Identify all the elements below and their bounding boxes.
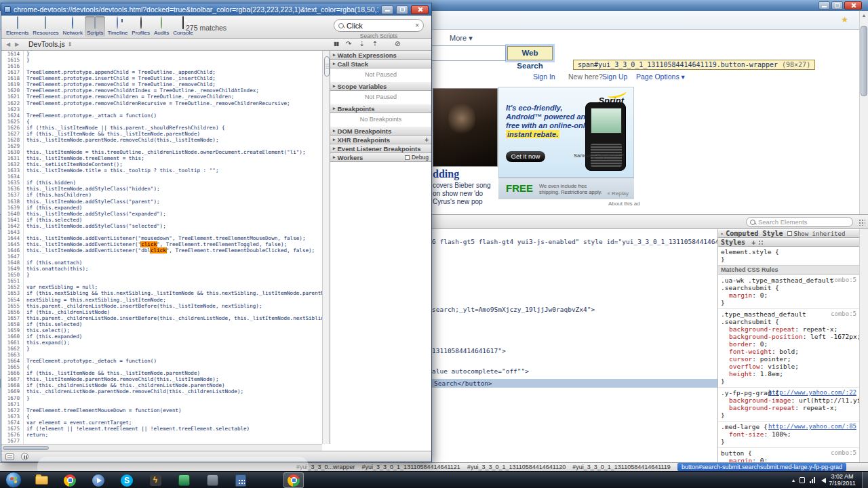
code-line[interactable]: 1645this._listItemNode.addEventListener(…: [1, 241, 322, 247]
element-style-block[interactable]: element.style { }: [718, 247, 859, 265]
bookmark-star-icon[interactable]: ★: [841, 15, 848, 24]
code-line[interactable]: 1634: [1, 174, 322, 180]
css-property[interactable]: font-weight: bold;: [721, 348, 856, 355]
code-line[interactable]: 1669this._childrenListNode.parentNode.re…: [1, 388, 322, 394]
css-property[interactable]: margin: 0;: [721, 291, 856, 299]
breadcrumb-item[interactable]: #yui_3_3_0_1_13110584414641121: [362, 464, 460, 470]
code-line[interactable]: 1667this._listItemNode.parentNode.remove…: [1, 376, 322, 382]
styles-header[interactable]: Styles +: [718, 238, 859, 247]
code-line[interactable]: 1641if (this.selected): [1, 217, 322, 223]
css-property[interactable]: background-image: url(http://l1.yimg.c: [721, 396, 856, 404]
sign-up-link[interactable]: Sign Up: [602, 73, 627, 81]
network-icon[interactable]: [810, 477, 816, 483]
breadcrumb-item[interactable]: #yui_3_3_0_1_13110584414641120: [467, 464, 566, 470]
code-line[interactable]: 1651: [1, 278, 322, 284]
search-elements-input[interactable]: Search Elements: [746, 217, 853, 227]
pause-on-exceptions-icon[interactable]: [21, 453, 28, 460]
css-property[interactable]: margin: 0;: [721, 457, 856, 462]
css-rule[interactable]: combo:5button {margin: 0;}: [718, 447, 859, 462]
code-line[interactable]: 1621TreeElement.prototype.removeChildren…: [1, 94, 322, 100]
code-line[interactable]: 1653if (this.nextSibling && this.nextSib…: [1, 290, 322, 296]
deactivate-breakpoints-button[interactable]: ⊘: [395, 40, 400, 47]
taskbar-media-player-icon[interactable]: [88, 472, 108, 488]
css-property[interactable]: background-position: left -1672px;: [721, 333, 856, 340]
code-line[interactable]: 1671: [1, 401, 322, 407]
code-line[interactable]: 1673{: [1, 413, 322, 420]
source-hscrollbar[interactable]: [1, 444, 322, 451]
rule-source-link[interactable]: combo:5: [831, 310, 856, 318]
section-scope-variables[interactable]: ▸Scope Variables: [330, 82, 431, 91]
code-line[interactable]: 1665{: [1, 364, 322, 370]
taskbar-messenger-icon[interactable]: [174, 472, 194, 488]
code-line[interactable]: 1664TreeElement.prototype._detach = func…: [1, 358, 322, 364]
start-button[interactable]: [5, 472, 22, 488]
devtools-maximize-button[interactable]: [396, 5, 408, 14]
sign-in-link[interactable]: Sign In: [533, 73, 555, 81]
code-line[interactable]: 1657this.parent._childrenListNode.insert…: [1, 315, 322, 321]
code-line[interactable]: 1637if (this.hasChildren): [1, 192, 322, 198]
code-line[interactable]: 1626if (!this._listItemNode || this.pare…: [1, 125, 322, 131]
replay-link[interactable]: « Replay: [607, 190, 629, 197]
show-inherited-checkbox[interactable]: [787, 231, 792, 236]
action-center-icon[interactable]: [800, 477, 805, 483]
debug-workers-checkbox[interactable]: [405, 155, 410, 160]
taskbar-chrome-active-icon[interactable]: [283, 472, 304, 488]
code-line[interactable]: 1663: [1, 352, 322, 358]
section-workers[interactable]: ▸WorkersDebug: [330, 153, 431, 162]
step-out-button[interactable]: ⇡: [372, 40, 378, 47]
settings-icon[interactable]: [858, 218, 865, 226]
css-property[interactable]: border: 0;: [721, 340, 856, 348]
code-line[interactable]: 1622TreeElement.prototype.removeChildren…: [1, 100, 322, 106]
code-line[interactable]: 1638this._listItemNode.addStyleClass("pa…: [1, 199, 322, 205]
code-line[interactable]: 1630this._listItemNode = this.treeOutlin…: [1, 149, 322, 155]
taskbar-chrome-icon[interactable]: [60, 472, 80, 488]
code-line[interactable]: 1658if (this.selected): [1, 321, 322, 327]
code-line[interactable]: 1660if (this.expanded): [1, 333, 322, 340]
code-line[interactable]: 1625{: [1, 119, 322, 125]
page-scrollbar[interactable]: ▲: [859, 11, 868, 462]
computed-style-header[interactable]: ▸ Computed Style Show inherited: [718, 229, 859, 238]
browser-maximize-button[interactable]: [831, 1, 843, 9]
step-over-button[interactable]: ↷: [346, 40, 351, 47]
taskbar-folder-icon[interactable]: [31, 472, 52, 488]
css-rule[interactable]: combo:5.type_masthead_default.searchsubm…: [718, 308, 859, 387]
code-line[interactable]: 1662}: [1, 346, 322, 352]
code-line[interactable]: 1643: [1, 229, 322, 235]
code-line[interactable]: 1642this._listItemNode.addStyleClass("se…: [1, 223, 322, 229]
about-this-ad-link[interactable]: About this ad: [608, 201, 640, 207]
css-rule[interactable]: http://www.yahoo.com/:85.med-large {font…: [718, 421, 859, 447]
section-dom-breakpoints[interactable]: ▸DOM Breakpoints: [330, 127, 431, 136]
rule-source-link[interactable]: combo:5: [831, 449, 856, 457]
web-search-button[interactable]: Web Search: [507, 46, 553, 60]
gear-icon[interactable]: [757, 239, 764, 246]
code-line[interactable]: 1628this._listItemNode.parentNode.remove…: [1, 137, 322, 143]
code-line[interactable]: 1670}: [1, 395, 322, 401]
code-line[interactable]: 1648if (this.onattach): [1, 260, 322, 266]
source-scrollbar[interactable]: [322, 51, 330, 444]
tab-resources[interactable]: Resources: [31, 16, 60, 37]
html-fragment[interactable]: 6 flash-gt5 flash-gt4 yui3-js-enabled" s…: [432, 238, 743, 245]
code-line[interactable]: 1631this._listItemNode.treeElement = thi…: [1, 155, 322, 161]
code-line[interactable]: 1627if (this._listItemNode && this._list…: [1, 131, 322, 137]
back-icon[interactable]: ◀: [6, 41, 10, 47]
breadcrumb-item-selected[interactable]: button#search-submit.searchsubmit.med-la…: [677, 463, 846, 471]
css-property[interactable]: background-repeat: repeat-x;: [721, 325, 856, 333]
devtools-close-button[interactable]: [411, 5, 429, 14]
browser-close-button[interactable]: [844, 1, 862, 9]
add-icon[interactable]: +: [751, 239, 755, 246]
get-it-now-button[interactable]: Get it now: [506, 151, 545, 162]
browser-minimize-button[interactable]: [818, 1, 830, 9]
page-scrollbar-thumb[interactable]: [861, 26, 867, 96]
breadcrumb-item[interactable]: #yui_3_3_0_1_13110584414641119: [572, 464, 671, 470]
news-photo[interactable]: [433, 88, 498, 167]
tab-audits[interactable]: Audits: [152, 16, 171, 37]
css-property[interactable]: height: 1.8em;: [721, 370, 856, 378]
code-line[interactable]: 1616: [1, 63, 322, 69]
code-line[interactable]: 1620TreeElement.prototype.removeChildAtI…: [1, 87, 322, 94]
page-options-link[interactable]: Page Options ▾: [636, 73, 685, 81]
code-line[interactable]: 1618TreeElement.prototype.insertChild = …: [1, 75, 322, 81]
devtools-search-input[interactable]: Click ×: [334, 19, 424, 32]
news-line[interactable]: Cyrus's new pop: [433, 198, 483, 206]
clear-search-icon[interactable]: ×: [415, 22, 419, 29]
code-line[interactable]: 1654nextSibling = this.nextSibling._list…: [1, 297, 322, 303]
